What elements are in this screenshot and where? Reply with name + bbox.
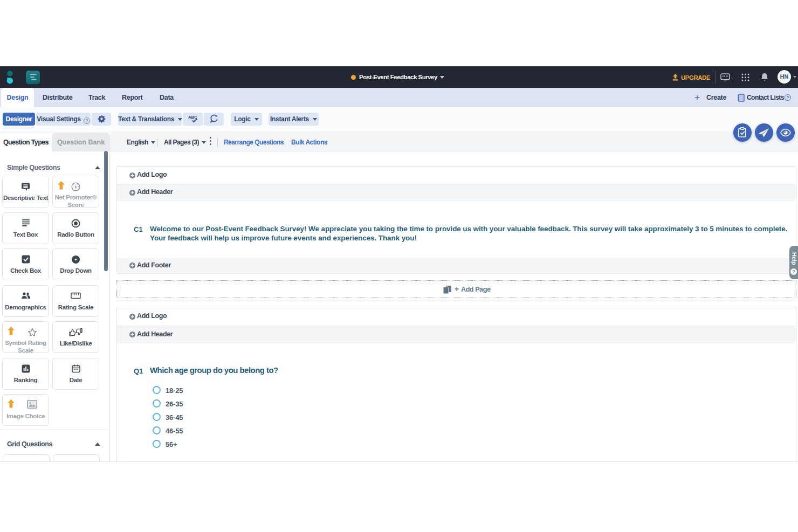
- svg-text:ABC: ABC: [188, 115, 197, 120]
